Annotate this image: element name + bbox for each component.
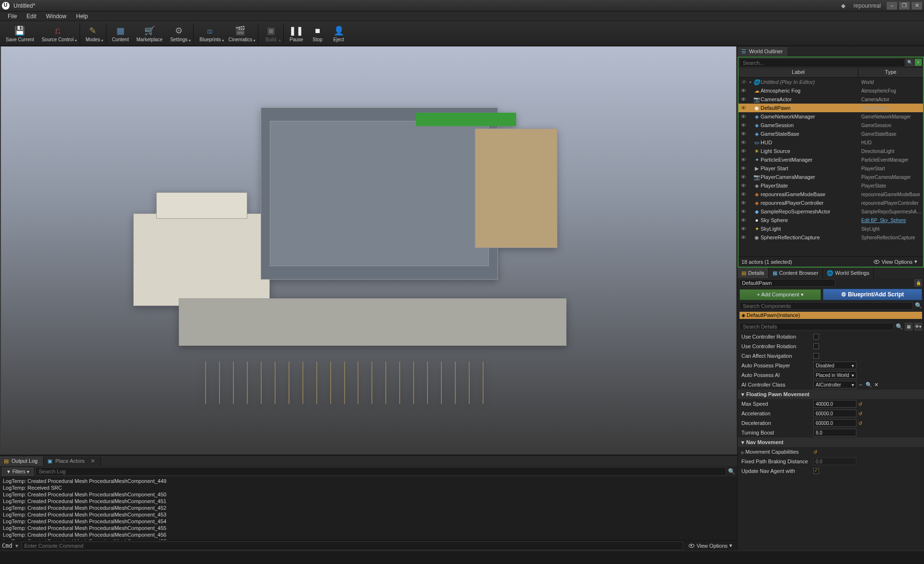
component-root-item[interactable]: ◈ DefaultPawn(Instance) bbox=[739, 312, 922, 319]
section-floating-pawn-movement[interactable]: ▾Floating Pawn Movement bbox=[738, 389, 924, 399]
max-speed-input[interactable] bbox=[813, 400, 856, 408]
visibility-toggle-icon[interactable]: 👁 bbox=[739, 114, 747, 119]
pause-button[interactable]: ❚❚Pause bbox=[287, 24, 306, 43]
actor-name-input[interactable] bbox=[739, 279, 835, 287]
expand-icon[interactable]: ▷ bbox=[741, 450, 745, 455]
checkbox[interactable] bbox=[813, 468, 819, 474]
reset-icon[interactable]: ↺ bbox=[813, 449, 817, 455]
notification-icon[interactable]: ◆ bbox=[841, 2, 848, 9]
search-details-input[interactable] bbox=[739, 323, 894, 330]
actor-type[interactable]: Edit BP_Sky_Sphere bbox=[861, 218, 923, 223]
visibility-toggle-icon[interactable]: 👁 bbox=[739, 105, 747, 111]
tab-output-log[interactable]: ▤Output Log bbox=[0, 457, 44, 466]
lock-icon[interactable]: 🔒 bbox=[914, 279, 922, 287]
visibility-toggle-icon[interactable]: 👁 bbox=[739, 131, 747, 137]
dropdown-caret-icon[interactable]: ▼ bbox=[74, 39, 78, 42]
console-command-input[interactable] bbox=[21, 541, 683, 550]
outliner-row[interactable]: 👁◈GameNetworkManagerGameNetworkManager bbox=[739, 112, 923, 121]
checkbox[interactable] bbox=[813, 343, 819, 349]
outliner-row[interactable]: 👁▶Player StartPlayerStart bbox=[739, 164, 923, 173]
outliner-row[interactable]: 👁●Sky SphereEdit BP_Sky_Sphere bbox=[739, 216, 923, 224]
viewport-3d[interactable] bbox=[0, 46, 737, 455]
property-matrix-button[interactable]: ▦ bbox=[905, 323, 912, 330]
tab-world-outliner[interactable]: ☰World Outliner bbox=[738, 47, 787, 56]
clear-icon[interactable]: ✕ bbox=[874, 382, 878, 388]
outliner-row[interactable]: 👁◈repounrealPlayerControllerrepounrealPl… bbox=[739, 199, 923, 207]
log-view-options-button[interactable]: View Options▾ bbox=[686, 542, 735, 549]
content-button[interactable]: ▦Content bbox=[109, 24, 132, 43]
settings-button[interactable]: ⚙Settings▼ bbox=[167, 24, 190, 43]
ai-controller-select[interactable]: AIController▾ bbox=[813, 381, 856, 388]
outliner-row[interactable]: 👁✦SkyLightSkyLight bbox=[739, 224, 923, 233]
reset-icon[interactable]: ↺ bbox=[858, 411, 862, 416]
visibility-toggle-icon[interactable]: 👁 bbox=[739, 209, 747, 214]
menu-help[interactable]: Help bbox=[72, 12, 92, 21]
outliner-row[interactable]: 👁◈GameStateBaseGameStateBase bbox=[739, 129, 923, 138]
search-icon[interactable]: 🔍 bbox=[906, 59, 913, 66]
dropdown-caret-icon[interactable]: ▼ bbox=[101, 39, 104, 42]
outliner-row[interactable]: 👁📷CameraActorCameraActor bbox=[739, 95, 923, 104]
save-current-button[interactable]: 💾Save Current bbox=[3, 24, 37, 43]
outliner-row[interactable]: 👁◈GameSessionGameSession bbox=[739, 121, 923, 129]
source-control-button[interactable]: ⎌Source Control▼ bbox=[39, 24, 77, 43]
window-maximize-button[interactable]: ❐ bbox=[899, 2, 910, 10]
browse-icon[interactable]: ← bbox=[858, 382, 864, 388]
outliner-search-input[interactable] bbox=[739, 59, 905, 67]
outliner-tree[interactable]: 👁 ▾ 🌐 Untitled (Play In Editor) World 👁☁… bbox=[739, 78, 923, 256]
tab-world-settings[interactable]: 🌐World Settings bbox=[823, 268, 874, 278]
modes-button[interactable]: ✎Modes▼ bbox=[83, 24, 103, 43]
visibility-toggle-icon[interactable]: 👁 bbox=[739, 174, 747, 180]
filters-button[interactable]: ▼ Filters ▾ bbox=[2, 468, 34, 476]
dropdown-caret-icon[interactable]: ▼ bbox=[221, 39, 225, 42]
visibility-toggle-icon[interactable]: 👁 bbox=[739, 96, 747, 102]
visibility-toggle-icon[interactable]: 👁 bbox=[739, 140, 747, 145]
search-icon[interactable]: 🔍 bbox=[896, 323, 903, 330]
add-component-button[interactable]: + Add Component ▾ bbox=[739, 289, 821, 300]
column-label-header[interactable]: Label bbox=[739, 68, 858, 77]
visibility-toggle-icon[interactable]: 👁 bbox=[739, 226, 747, 232]
blueprints-button[interactable]: ⎄Blueprints▼ bbox=[196, 24, 223, 43]
visibility-toggle-icon[interactable]: 👁 bbox=[739, 200, 747, 206]
outliner-row[interactable]: 👁✦ParticleEventManagerParticleEventManag… bbox=[739, 155, 923, 164]
close-icon[interactable]: ✕ bbox=[91, 458, 95, 464]
outliner-row[interactable]: 👁▭HUDHUD bbox=[739, 138, 923, 147]
visibility-toggle-icon[interactable]: 👁 bbox=[739, 191, 747, 197]
visibility-toggle-icon[interactable]: 👁 bbox=[739, 148, 747, 154]
search-icon[interactable]: 🔍 bbox=[728, 468, 735, 475]
menu-edit[interactable]: Edit bbox=[23, 12, 40, 21]
turning-boost-input[interactable] bbox=[813, 429, 856, 436]
stop-button[interactable]: ■Stop bbox=[308, 24, 327, 43]
tab-place-actors[interactable]: ▣Place Actors✕ bbox=[44, 457, 101, 466]
visibility-toggle-icon[interactable]: 👁 bbox=[739, 122, 747, 128]
log-output[interactable]: LogTemp: Created Procedural Mesh Procedu… bbox=[0, 477, 737, 540]
window-minimize-button[interactable]: – bbox=[887, 2, 897, 10]
outliner-view-options-button[interactable]: View Options▾ bbox=[871, 258, 920, 265]
auto-possess-player-select[interactable]: Disabled▾ bbox=[813, 362, 856, 369]
cinematics-button[interactable]: 🎬Cinematics▼ bbox=[226, 24, 255, 43]
column-type-header[interactable]: Type bbox=[858, 68, 923, 77]
outliner-row[interactable]: 👁📷PlayerCameraManagerPlayerCameraManager bbox=[739, 173, 923, 181]
deceleration-input[interactable] bbox=[813, 419, 856, 427]
use-icon[interactable]: 🔍 bbox=[866, 382, 872, 388]
tab-content-browser[interactable]: ▦Content Browser bbox=[769, 268, 823, 278]
visibility-toggle-icon[interactable]: 👁 bbox=[739, 157, 747, 163]
visibility-toggle-icon[interactable]: 👁 bbox=[739, 235, 747, 240]
visibility-toggle-icon[interactable]: 👁 bbox=[739, 88, 747, 94]
outliner-row[interactable]: 👁☀Light SourceDirectionalLight bbox=[739, 147, 923, 155]
expand-icon[interactable]: ▾ bbox=[747, 80, 753, 84]
section-nav-movement[interactable]: ▾Nav Movement bbox=[738, 437, 924, 447]
blueprint-add-script-button[interactable]: ⚙ Blueprint/Add Script bbox=[823, 289, 922, 300]
visibility-toggle-icon[interactable]: 👁 bbox=[739, 79, 747, 85]
menu-file[interactable]: File bbox=[4, 12, 21, 21]
visibility-toggle-icon[interactable]: 👁 bbox=[739, 165, 747, 171]
add-filter-button[interactable]: + bbox=[914, 59, 922, 66]
eject-button[interactable]: 👤Eject bbox=[329, 24, 348, 43]
outliner-row[interactable]: 👁☁Atmospheric FogAtmosphericFog bbox=[739, 86, 923, 95]
menu-window[interactable]: Window bbox=[42, 12, 70, 21]
acceleration-input[interactable] bbox=[813, 410, 856, 417]
outliner-row[interactable]: 👁◉DefaultPawnDefaultPawn bbox=[739, 104, 923, 112]
window-close-button[interactable]: ✕ bbox=[912, 2, 922, 10]
outliner-row[interactable]: 👁◈PlayerStatePlayerState bbox=[739, 181, 923, 190]
eye-icon[interactable]: 👁▾ bbox=[914, 323, 922, 330]
outliner-row[interactable]: 👁◈repounrealGameModeBaserepounrealGameMo… bbox=[739, 190, 923, 199]
